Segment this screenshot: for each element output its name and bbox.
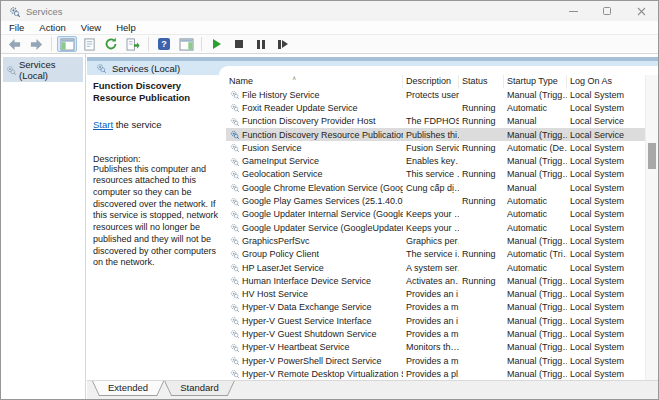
service-name: Fusion Service [242, 143, 302, 153]
toolbar-separator [201, 37, 202, 51]
service-row[interactable]: GraphicsPerfSvc Graphics per… Manual (Tr… [226, 234, 646, 247]
toolbar-separator [148, 37, 149, 51]
service-gear-icon [230, 276, 239, 285]
service-description: Publishes thi… [403, 130, 459, 140]
service-row[interactable]: Hyper-V Guest Service Interface Provides… [226, 314, 646, 327]
service-name-cell: GameInput Service [226, 156, 403, 166]
service-log-on-as: Local System [567, 276, 646, 286]
help-button[interactable]: ? [154, 36, 174, 52]
service-startup-type: Manual (Trigg… [504, 90, 567, 100]
service-log-on-as: Local System [567, 316, 646, 326]
service-name: Hyper-V Guest Shutdown Service [242, 329, 377, 339]
console-tree-icon [60, 38, 75, 51]
stop-service-button[interactable] [229, 36, 249, 52]
properties-button[interactable] [79, 36, 99, 52]
start-service-link[interactable]: Start [93, 119, 113, 130]
service-row[interactable]: GameInput Service Enables key… Manual (T… [226, 154, 646, 167]
service-row[interactable]: Hyper-V Data Exchange Service Provides a… [226, 301, 646, 314]
services-rows: File History Service Protects user… Manu… [226, 88, 646, 380]
tab-standard[interactable]: Standard [164, 381, 235, 396]
service-row[interactable]: Hyper-V Remote Desktop Virtualization S…… [226, 367, 646, 380]
service-row[interactable]: HV Host Service Provides an i… Manual (T… [226, 287, 646, 300]
service-row[interactable]: File History Service Protects user… Manu… [226, 88, 646, 101]
service-row[interactable]: Function Discovery Resource Publication … [226, 128, 646, 141]
menu-help[interactable]: Help [116, 22, 136, 33]
service-status: Running [459, 116, 504, 126]
close-button[interactable] [624, 1, 658, 21]
pause-service-button[interactable] [251, 36, 271, 52]
service-gear-icon [230, 183, 239, 192]
service-name-cell: HV Host Service [226, 289, 403, 299]
service-row[interactable]: Fusion Service Fusion Service Running Au… [226, 141, 646, 154]
service-description: Graphics per… [403, 236, 459, 246]
service-row[interactable]: Google Chrome Elevation Service (Google…… [226, 181, 646, 194]
service-row[interactable]: Human Interface Device Service Activates… [226, 274, 646, 287]
service-description: Keeps your … [403, 223, 459, 233]
export-list-button[interactable] [123, 36, 143, 52]
service-row[interactable]: Google Updater Service (GoogleUpdaterS… … [226, 221, 646, 234]
service-row[interactable]: Group Policy Client The service i… Runni… [226, 248, 646, 261]
refresh-icon [104, 37, 118, 51]
service-name: Function Discovery Provider Host [242, 116, 376, 126]
scrollbar-thumb[interactable] [648, 143, 656, 169]
back-button[interactable] [4, 36, 24, 52]
service-log-on-as: Local System [567, 90, 646, 100]
tree-item-services-local[interactable]: Services (Local) [3, 57, 83, 82]
tab-extended[interactable]: Extended [92, 381, 164, 396]
service-description: Provides an i… [403, 289, 459, 299]
service-startup-type: Manual (Trigg… [504, 342, 567, 352]
column-header-startup-type[interactable]: Startup Type [504, 75, 567, 88]
show-console-tree-button[interactable] [57, 36, 77, 52]
service-row[interactable]: Google Play Games Services (25.1.40.0) R… [226, 194, 646, 207]
service-startup-type: Manual [504, 183, 567, 193]
maximize-button[interactable] [590, 1, 624, 21]
service-row[interactable]: Hyper-V PowerShell Direct Service Provid… [226, 354, 646, 367]
service-detail-panel: Function Discovery Resource Publication … [93, 80, 227, 269]
service-name: Hyper-V Remote Desktop Virtualization S… [242, 369, 403, 379]
service-startup-type: Manual (Trigg… [504, 369, 567, 379]
window-title: Services [26, 6, 62, 17]
menu-file[interactable]: File [9, 22, 24, 33]
service-gear-icon [230, 130, 239, 139]
service-row[interactable]: HP LaserJet Service A system ser… Automa… [226, 261, 646, 274]
service-row[interactable]: Google Updater Internal Service (GoogleU… [226, 208, 646, 221]
service-startup-type: Manual (Trigg… [504, 289, 567, 299]
column-header-name[interactable]: Name [226, 75, 403, 88]
service-startup-type: Automatic (De… [504, 143, 567, 153]
service-row[interactable]: Geolocation Service This service … Runni… [226, 168, 646, 181]
menu-action[interactable]: Action [39, 22, 65, 33]
services-app-icon [9, 6, 20, 17]
service-startup-type: Automatic [504, 209, 567, 219]
start-service-button[interactable] [207, 36, 227, 52]
show-action-pane-button[interactable] [176, 36, 196, 52]
resume-service-button[interactable] [273, 36, 293, 52]
service-startup-type: Manual (Trigg… [504, 316, 567, 326]
properties-icon [83, 38, 96, 51]
vertical-scrollbar[interactable] [645, 75, 658, 380]
minimize-button[interactable] [556, 1, 590, 21]
service-action-line: Start the service [93, 119, 227, 130]
forward-button[interactable] [26, 36, 46, 52]
service-gear-icon [230, 303, 239, 312]
service-name: HP LaserJet Service [242, 263, 324, 273]
service-log-on-as: Local System [567, 183, 646, 193]
maximize-icon [603, 7, 611, 15]
service-row[interactable]: Function Discovery Provider Host The FDP… [226, 115, 646, 128]
refresh-button[interactable] [101, 36, 121, 52]
services-window: Services File Action View Help [0, 0, 659, 400]
service-name-cell: Function Discovery Resource Publication [226, 130, 403, 140]
column-header-description[interactable]: Description [403, 75, 459, 88]
menu-view[interactable]: View [81, 22, 101, 33]
title-bar: Services [1, 1, 658, 21]
service-name-cell: Google Chrome Elevation Service (Google… [226, 183, 403, 193]
service-startup-type: Automatic [504, 263, 567, 273]
service-row[interactable]: Hyper-V Heartbeat Service Monitors th… M… [226, 341, 646, 354]
service-startup-type: Manual (Trigg… [504, 276, 567, 286]
service-row[interactable]: Foxit Reader Update Service Running Auto… [226, 101, 646, 114]
column-header-log-on-as[interactable]: Log On As [567, 75, 646, 88]
service-row[interactable]: Hyper-V Guest Shutdown Service Provides … [226, 327, 646, 340]
column-header-status[interactable]: Status [459, 75, 504, 88]
service-log-on-as: Local System [567, 156, 646, 166]
service-description: A system ser… [403, 263, 459, 273]
service-description: Cung cấp dị… [403, 183, 459, 193]
